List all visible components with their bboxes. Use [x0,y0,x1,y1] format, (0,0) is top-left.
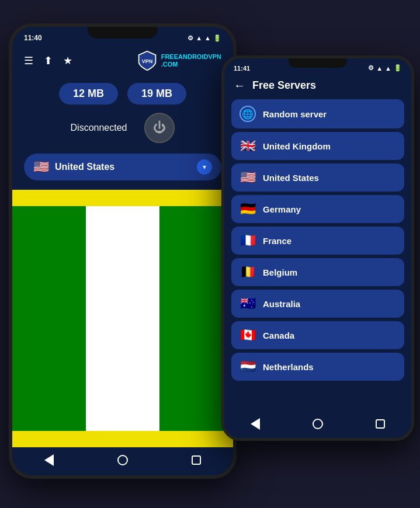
logo-shield-icon: VPN [137,50,158,71]
power-icon: ⏻ [153,120,166,135]
rating-icon[interactable]: ★ [63,54,72,67]
phone2-time: 11:41 [234,65,250,72]
server-item-au[interactable]: 🇦🇺 Australia [231,290,404,318]
flag-green-white [12,206,233,431]
recents-square-icon [192,455,201,465]
server-item-uk[interactable]: 🇬🇧 United Kingdom [231,132,404,160]
phone2-status-icons: ⚙ ▲ ▲ 🔋 [368,64,402,72]
phone1-bottom-nav [12,447,233,475]
logo-brand: ANDROIDVPN [178,53,221,60]
selected-country-name: United States [55,162,191,172]
flag-de-icon: 🇩🇪 [239,201,256,217]
flag-nl-icon: 🇳🇱 [239,359,256,374]
flag-yellow-top [12,190,233,206]
phone2-signal-icon: ▲ [385,65,391,72]
server-item-nl[interactable]: 🇳🇱 Netherlands [231,353,404,381]
phone2-notch [289,58,347,68]
phone2-home-button[interactable] [311,417,325,431]
flag-fr-icon: 🇫🇷 [239,233,256,248]
home-button[interactable] [116,453,130,467]
phone2-recents-icon [376,419,385,429]
data-pills: 12 MB 19 MB [12,76,233,107]
server-item-de[interactable]: 🇩🇪 Germany [231,195,404,223]
connection-status: Disconnected [71,123,127,133]
phone2-back-button[interactable] [248,417,262,431]
phone1-status-icons: ⚙ ▲ ▲ 🔋 [188,34,221,42]
server-name-random: Random server [263,109,327,119]
flag-us-icon: 🇺🇸 [239,170,256,185]
back-triangle-icon [44,454,54,466]
flag-banner [12,190,233,447]
server-name-nl: Netherlands [263,362,314,372]
server-item-random[interactable]: 🌐 Random server [231,99,404,128]
logo-text: FREEANDROIDVPN .COM [161,53,221,68]
svg-text:VPN: VPN [141,58,152,64]
phone1-notch [88,27,158,39]
phone2-battery-icon: 🔋 [394,64,402,72]
flag-au-icon: 🇦🇺 [239,296,256,311]
battery-icon: 🔋 [213,34,221,42]
phone2-bottom-nav [224,412,411,438]
back-arrow-icon[interactable]: ← [234,79,245,92]
chevron-down-icon[interactable]: ▾ [197,159,212,175]
phone2: 11:41 ⚙ ▲ ▲ 🔋 ← Free Servers 🌐 Random se… [221,55,414,441]
server-name-de: Germany [263,204,301,214]
phone1: 11:40 ⚙ ▲ ▲ 🔋 ☰ ⬆ ★ VPN FREEANDROIDVPN .… [9,23,237,479]
flag-ca-icon: 🇨🇦 [239,328,256,343]
free-servers-title: Free Servers [252,79,316,92]
logo-tld: .COM [161,61,221,68]
server-name-us: United States [263,173,319,183]
phone1-toolbar: ☰ ⬆ ★ VPN FREEANDROIDVPN .COM [12,46,233,76]
toolbar-left: ☰ ⬆ ★ [24,54,72,67]
flag-white-center [86,206,159,431]
flag-be-icon: 🇧🇪 [239,265,256,280]
server-item-fr[interactable]: 🇫🇷 France [231,227,404,255]
server-name-au: Australia [263,299,300,309]
share-icon[interactable]: ⬆ [44,54,53,67]
server-item-ca[interactable]: 🇨🇦 Canada [231,321,404,349]
country-selector[interactable]: 🇺🇸 United States ▾ [24,154,221,180]
phone2-wifi-icon: ▲ [376,65,383,72]
power-button[interactable]: ⏻ [144,113,175,143]
logo-free: FREE [161,53,178,60]
phone2-recents-button[interactable] [373,417,387,431]
server-name-ca: Canada [263,330,294,340]
flag-green-left [12,206,86,431]
phone2-back-icon [251,418,260,430]
back-button[interactable] [42,453,56,467]
phone2-header: ← Free Servers [224,74,411,99]
server-name-be: Belgium [263,267,297,277]
server-item-be[interactable]: 🇧🇪 Belgium [231,258,404,286]
server-name-fr: France [263,236,291,246]
power-section: Disconnected ⏻ [12,107,233,149]
phone2-settings-icon: ⚙ [368,64,374,72]
country-flag: 🇺🇸 [33,159,49,175]
server-item-us[interactable]: 🇺🇸 United States [231,163,404,192]
globe-icon: 🌐 [239,106,256,122]
upload-pill: 19 MB [127,83,186,105]
flag-yellow-bottom [12,431,233,447]
home-circle-icon [117,455,128,465]
wifi-icon: ▲ [196,34,202,41]
recents-button[interactable] [189,453,203,467]
signal-icon: ▲ [204,34,211,41]
server-name-uk: United Kingdom [263,141,331,151]
phone2-home-icon [313,419,323,429]
logo-area: VPN FREEANDROIDVPN .COM [137,50,221,71]
settings-dot-icon: ⚙ [188,34,193,42]
menu-icon[interactable]: ☰ [24,54,33,67]
server-list: 🌐 Random server 🇬🇧 United Kingdom 🇺🇸 Uni… [224,99,411,412]
flag-uk-icon: 🇬🇧 [239,138,256,154]
download-pill: 12 MB [59,83,118,105]
phone1-time: 11:40 [24,34,42,42]
